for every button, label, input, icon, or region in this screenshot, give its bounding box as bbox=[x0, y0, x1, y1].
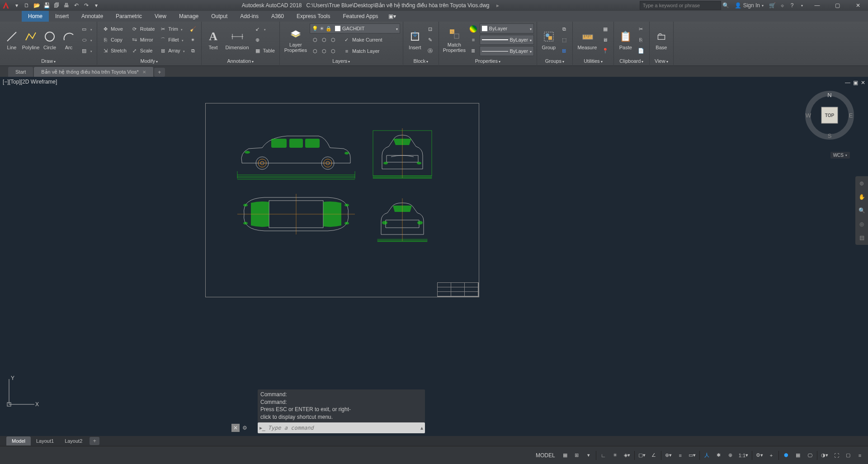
maximize-button[interactable]: ▢ bbox=[827, 0, 848, 11]
group-edit-button[interactable]: ⬚ bbox=[559, 35, 570, 45]
wcs-dropdown[interactable]: WCS bbox=[830, 152, 850, 159]
cut-button[interactable]: ✂ bbox=[636, 24, 646, 34]
insert-block-button[interactable]: Insert bbox=[406, 23, 424, 57]
help-icon[interactable]: ? bbox=[787, 0, 797, 10]
leader-button[interactable]: ↙ bbox=[252, 24, 277, 34]
polyline-button[interactable]: Polyline bbox=[22, 23, 40, 57]
create-block-button[interactable]: ⊡ bbox=[425, 24, 436, 34]
grid-icon[interactable]: ▦ bbox=[560, 450, 571, 461]
annoauto-icon[interactable]: ⊕ bbox=[725, 450, 736, 461]
app-logo-icon[interactable] bbox=[0, 0, 12, 11]
ribbon-options-icon[interactable]: ▣▾ bbox=[385, 11, 400, 22]
orbit-icon[interactable]: ◎ bbox=[857, 220, 866, 229]
ucs-icon[interactable]: Y X bbox=[5, 375, 41, 411]
tab-a360[interactable]: A360 bbox=[265, 11, 290, 22]
erase-button[interactable]: 🧹 bbox=[188, 24, 198, 34]
panel-modify-label[interactable]: Modify bbox=[141, 58, 158, 64]
viewcube-w[interactable]: W bbox=[806, 112, 811, 119]
id-point-button[interactable]: 📍 bbox=[600, 46, 611, 56]
offset-button[interactable]: ⧉ bbox=[188, 46, 198, 56]
centerline-button[interactable]: ⊕ bbox=[252, 35, 277, 45]
vp-restore-icon[interactable]: ▣ bbox=[853, 80, 858, 86]
plot-icon[interactable]: 🖶 bbox=[61, 0, 71, 10]
panel-utilities-label[interactable]: Utilities bbox=[584, 58, 602, 64]
viewcube-s[interactable]: S bbox=[828, 132, 832, 139]
stretch-button[interactable]: ⇲Stretch bbox=[100, 46, 128, 56]
tab-addins[interactable]: Add-ins bbox=[234, 11, 265, 22]
redo-icon[interactable]: ↷ bbox=[81, 0, 91, 10]
ortho-icon[interactable]: ∟ bbox=[598, 450, 609, 461]
hatch-button[interactable]: ▨ bbox=[79, 46, 94, 56]
layer-properties-button[interactable]: Layer Properties bbox=[283, 23, 309, 57]
make-current-button[interactable]: ⬡⬡⬡ ✓Make Current bbox=[310, 35, 400, 45]
status-model[interactable]: MODEL bbox=[532, 450, 559, 461]
fillet-button[interactable]: ⌒Fillet bbox=[157, 35, 186, 45]
tab-home[interactable]: Home bbox=[22, 11, 49, 22]
undo-icon[interactable]: ↶ bbox=[71, 0, 81, 10]
circle-button[interactable]: Circle bbox=[41, 23, 59, 57]
linetype-icon[interactable]: ≡ bbox=[468, 35, 479, 45]
new-icon[interactable]: 🗋 bbox=[22, 0, 32, 10]
lwt-icon[interactable]: ≡ bbox=[675, 450, 686, 461]
panel-properties-label[interactable]: Properties bbox=[475, 58, 500, 64]
measure-button[interactable]: Measure bbox=[576, 23, 599, 57]
panel-groups-label[interactable]: Groups bbox=[545, 58, 564, 64]
linetype-combo[interactable]: ByLayer bbox=[480, 35, 534, 45]
panel-clipboard-label[interactable]: Clipboard bbox=[619, 58, 643, 64]
exchange-icon[interactable]: 🛒 bbox=[767, 0, 777, 10]
explode-button[interactable]: ✴ bbox=[188, 35, 198, 45]
help-dropdown-icon[interactable]: ▾ bbox=[797, 0, 807, 10]
polar-icon[interactable]: ✳ bbox=[610, 450, 621, 461]
rotate-button[interactable]: ⟳Rotate bbox=[129, 24, 156, 34]
paste-button[interactable]: 📋Paste bbox=[617, 23, 635, 57]
panel-draw-label[interactable]: Draw bbox=[41, 58, 56, 64]
close-button[interactable]: ✕ bbox=[848, 0, 868, 11]
viewport-label[interactable]: [−][Top][2D Wireframe] bbox=[3, 79, 57, 85]
cleanscreen-icon[interactable]: ▢ bbox=[843, 450, 854, 461]
tab-view[interactable]: View bbox=[148, 11, 173, 22]
file-tab-start[interactable]: Start bbox=[8, 67, 33, 77]
table-button[interactable]: ▦Table bbox=[252, 46, 277, 56]
panel-block-label[interactable]: Block bbox=[413, 58, 428, 64]
lockui-icon[interactable]: 🖵 bbox=[804, 450, 815, 461]
viewcube[interactable]: N S W E TOP bbox=[805, 90, 854, 140]
units-icon[interactable]: ⬢ bbox=[781, 450, 792, 461]
osnap-icon[interactable]: ▢▾ bbox=[637, 450, 647, 461]
cmd-handle[interactable]: ✕ ⚙ bbox=[231, 422, 247, 433]
cmd-customize-icon[interactable]: ⚙ bbox=[242, 425, 247, 431]
quickprops-icon[interactable]: ▦ bbox=[793, 450, 803, 461]
lineweight-icon[interactable]: ≣ bbox=[468, 46, 479, 56]
ungroup-button[interactable]: ⧉ bbox=[559, 24, 570, 34]
add-layout-button[interactable]: + bbox=[90, 437, 99, 445]
menu-browser-icon[interactable]: ▾ bbox=[12, 0, 22, 10]
array-button[interactable]: ⊞Array bbox=[157, 46, 186, 56]
annoscale-icon[interactable]: 人 bbox=[702, 450, 712, 461]
viewcube-e[interactable]: E bbox=[849, 112, 853, 119]
customize-status-icon[interactable]: ≡ bbox=[854, 450, 865, 461]
scale-button[interactable]: ⤢Scale bbox=[129, 46, 156, 56]
edit-block-button[interactable]: ✎ bbox=[425, 35, 436, 45]
match-properties-button[interactable]: Match Properties bbox=[442, 23, 467, 57]
match-layer-button[interactable]: ⬡⬡⬡ ≡Match Layer bbox=[310, 46, 400, 56]
infer-icon[interactable]: ▾ bbox=[583, 450, 594, 461]
layout-tab-1[interactable]: Layout1 bbox=[31, 436, 59, 445]
iso-icon[interactable]: ◈▾ bbox=[622, 450, 632, 461]
copy-button[interactable]: ⎘Copy bbox=[100, 35, 128, 45]
tab-express[interactable]: Express Tools bbox=[290, 11, 336, 22]
viewcube-face[interactable]: TOP bbox=[825, 113, 835, 118]
infocenter-search[interactable]: Type a keyword or phrase bbox=[640, 1, 721, 10]
panel-annotation-label[interactable]: Annotation bbox=[227, 58, 254, 64]
base-view-button[interactable]: 🗀Base bbox=[652, 23, 670, 57]
zoom-extents-icon[interactable]: 🔍 bbox=[857, 206, 866, 215]
open-icon[interactable]: 📂 bbox=[32, 0, 42, 10]
saveas-icon[interactable]: 🗐 bbox=[52, 0, 61, 10]
minimize-button[interactable]: — bbox=[807, 0, 827, 11]
quick-calc-button[interactable]: 🖥 bbox=[600, 35, 611, 45]
layout-tab-2[interactable]: Layout2 bbox=[59, 436, 88, 445]
full-nav-wheel-icon[interactable]: ⊚ bbox=[857, 179, 866, 188]
command-input[interactable] bbox=[268, 425, 418, 431]
select-all-button[interactable]: ▦ bbox=[600, 24, 611, 34]
layout-tab-model[interactable]: Model bbox=[6, 436, 31, 445]
layer-combo[interactable]: 💡 ☀ 🔒 GACHDIT bbox=[310, 23, 400, 33]
annomonitor-icon[interactable]: + bbox=[766, 450, 777, 461]
